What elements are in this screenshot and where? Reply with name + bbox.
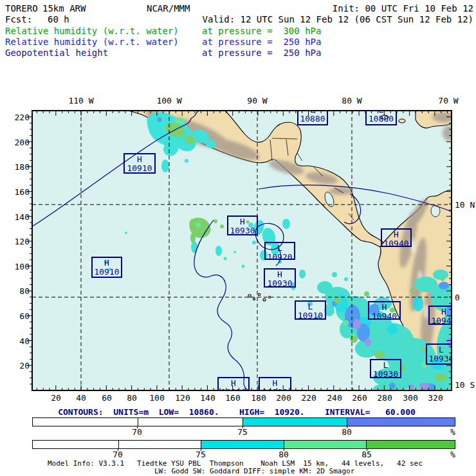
fcst-label: Fcst: — [5, 15, 32, 24]
pressure-center-marker: H10910 — [259, 377, 291, 390]
pressure-center-marker: H10940 — [428, 306, 452, 325]
pressure-center-marker: H10940 — [368, 301, 401, 320]
colorbar1-label-80: 80 — [342, 427, 352, 437]
field-2-name: Relative humidity (w.r.t. water) — [5, 37, 179, 47]
pressure-center-marker: L10880 — [297, 111, 328, 125]
colorbar2-label-70: 70 — [113, 450, 123, 459]
valid-time: Valid: 12 UTC Sun 12 Feb 12 (06 CST Sun … — [203, 15, 473, 24]
model-info-line2: LW: Godd SW: Goddard DIFF: simple KM: 2D… — [154, 467, 354, 475]
pressure-center-marker: L10910 — [295, 300, 326, 320]
pressure-center-marker: L10930 — [426, 343, 452, 365]
field-2-level: at pressure = 250 hPa — [202, 37, 321, 47]
center-name: NCAR/MMM — [147, 4, 190, 14]
pressure-center-marker: L10930 — [370, 359, 401, 378]
pressure-center-marker: L10920 — [264, 242, 295, 260]
map-plot: H10910 L10880 L10880 H10930 L10920 H1093… — [26, 104, 458, 397]
colorbar2-label-75: 75 — [196, 450, 206, 459]
pressure-center-marker: H10910 — [217, 377, 250, 390]
colorbar1-label-70: 70 — [132, 427, 142, 437]
wrf-forecast-plot-page: { "palette": { "sea": "#d9f1ef", "land":… — [0, 0, 476, 476]
field-1-name: Relative humidity (w.r.t. water) — [5, 26, 179, 36]
fcst-hour: 60 h — [48, 15, 69, 24]
colorbar1-unit: % — [450, 427, 455, 437]
colorbar1-label-75: 75 — [237, 427, 248, 437]
colorbar2-label-85: 85 — [362, 450, 372, 459]
pressure-center-marker: H10930 — [264, 268, 296, 288]
contours-info: CONTOURS: UNITS=m LOW= 10860. HIGH= 1092… — [58, 407, 416, 417]
pressure-center-marker: H10940 — [381, 228, 412, 247]
field-1-level: at pressure = 300 hPa — [202, 26, 321, 36]
pressure-center-marker: H10910 — [124, 153, 156, 174]
colorbar2-label-80: 80 — [279, 450, 289, 459]
colorbar2-unit: % — [450, 450, 455, 459]
pressure-center-marker: H10930 — [227, 215, 258, 235]
field-3-name: Geopotential height — [5, 48, 108, 58]
pressure-center-layer: H10910 L10880 L10880 H10930 L10920 H1093… — [32, 111, 452, 390]
pressure-center-marker: H10910 — [91, 257, 122, 278]
model-name: 15km ARW — [42, 4, 86, 14]
pressure-center-marker: L10880 — [365, 111, 397, 125]
run-title: TORERO — [5, 4, 38, 14]
colorbar-250hpa — [32, 440, 455, 449]
field-3-level: at pressure = 250 hPa — [202, 48, 321, 58]
init-time: Init: 00 UTC Fri 10 Feb 12 — [333, 4, 473, 14]
colorbar-300hpa — [32, 417, 455, 426]
